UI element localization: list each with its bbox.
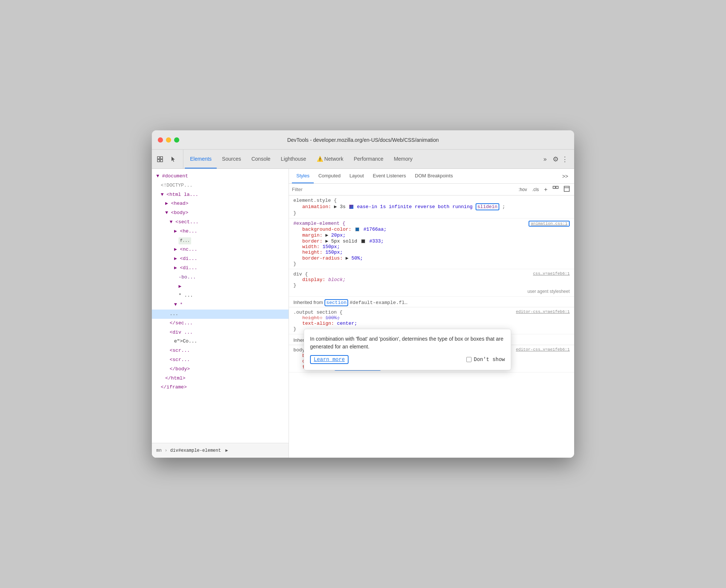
inspector-icon[interactable] <box>155 154 165 164</box>
dom-line[interactable]: ... <box>152 310 289 319</box>
section-link[interactable]: section <box>324 299 349 306</box>
filter-buttons: :hov .cls + <box>517 185 571 194</box>
css-source-1[interactable]: css…v=ae1feb6:1 <box>533 271 570 277</box>
dom-tree: ▼ #document <!DOCTYP... ▼ <html la... ▶ … <box>152 169 289 443</box>
add-rule-button[interactable]: + <box>543 186 549 194</box>
more-tabs-button[interactable]: » <box>540 150 550 168</box>
dom-line[interactable]: -bo... <box>152 273 289 282</box>
animation-timing-swatch <box>349 205 353 209</box>
dom-line[interactable]: </body> <box>152 365 289 374</box>
element-style-selector: element.style { <box>293 198 570 203</box>
dom-panel: ▼ #document <!DOCTYP... ▼ <html la... ▶ … <box>152 169 289 458</box>
border-radius-prop: border-radius: ▶ 50%; <box>302 255 570 261</box>
minimize-button[interactable] <box>166 137 171 143</box>
editor-css-source-1[interactable]: editor-css…v=ae1feb6:1 <box>516 310 570 315</box>
svg-rect-5 <box>556 186 558 188</box>
margin-prop: margin: ▶ 20px; <box>302 232 570 238</box>
svg-rect-2 <box>157 160 160 162</box>
dom-line[interactable]: </html> <box>152 374 289 383</box>
dom-line[interactable]: e">Co... <box>152 337 289 346</box>
dom-breadcrumb: mn › div#example-element ▶ <box>152 443 289 458</box>
bg-swatch[interactable] <box>355 227 359 231</box>
dom-line[interactable]: ▼ <sect... <box>152 218 289 227</box>
hov-button[interactable]: :hov <box>517 186 529 193</box>
output-selector: .output section { <box>293 310 343 315</box>
animation-css-source[interactable]: animation.css:1 <box>529 221 570 227</box>
dom-line[interactable]: ▶ <head> <box>152 199 289 208</box>
styles-tabs: Styles Computed Layout Event Listeners D… <box>289 169 574 184</box>
tab-lighthouse[interactable]: Lighthouse <box>276 150 312 168</box>
tab-styles[interactable]: Styles <box>292 169 314 183</box>
tab-layout[interactable]: Layout <box>345 169 368 183</box>
breadcrumb-mn: mn <box>156 448 161 453</box>
tooltip-popup: In combination with 'float' and 'positio… <box>304 329 511 370</box>
tab-performance[interactable]: Performance <box>349 150 389 168</box>
learn-more-link[interactable]: Learn more <box>310 355 349 364</box>
dom-line[interactable]: ▼ <html la... <box>152 190 289 200</box>
tab-dom-breakpoints[interactable]: DOM Breakpoints <box>410 169 457 183</box>
height-prop: height: 150px; <box>302 250 570 255</box>
close-button[interactable] <box>158 137 163 143</box>
example-element-block: #example-element { animation.css:1 backg… <box>289 218 574 269</box>
dont-show-group: Don't show <box>466 357 505 363</box>
height-prop-2: height: 100%; <box>302 315 570 321</box>
tab-lighthouse-label: Lighthouse <box>281 156 306 162</box>
dom-line[interactable]: ▶ <di... <box>152 264 289 273</box>
editor-css-source-2[interactable]: editor-css…v=ae1feb6:1 <box>516 347 570 353</box>
dom-line[interactable]: ▼ <body> <box>152 208 289 218</box>
dom-line[interactable]: * ... <box>152 291 289 300</box>
traffic-lights <box>158 137 179 143</box>
dom-line[interactable]: ▶ <di... <box>152 254 289 264</box>
styles-content: element.style { animation: ▶ 3s ease-in … <box>289 196 574 458</box>
maximize-button[interactable] <box>174 137 179 143</box>
dom-line[interactable]: </sec... <box>152 319 289 328</box>
tab-network-label: Network <box>324 156 343 162</box>
tab-network[interactable]: ⚠️ Network <box>312 150 349 168</box>
example-element-selector: #example-element { <box>293 221 345 226</box>
svg-rect-6 <box>564 186 569 191</box>
dom-line[interactable]: ▼ * <box>152 300 289 310</box>
svg-rect-4 <box>553 186 555 188</box>
filter-input[interactable] <box>292 187 514 192</box>
cursor-icon[interactable] <box>168 154 179 164</box>
dom-line[interactable]: <div ... <box>152 328 289 337</box>
styles-more-button[interactable]: >> <box>559 169 571 183</box>
dom-line[interactable]: </iframe> <box>152 383 289 392</box>
svg-rect-0 <box>157 157 160 159</box>
settings-icon[interactable]: ⚙ <box>553 155 559 163</box>
breadcrumb-element: div#example-element <box>170 448 221 453</box>
tab-memory[interactable]: Memory <box>389 150 418 168</box>
dock-button[interactable] <box>562 185 571 194</box>
dom-line[interactable]: ▶ <box>152 282 289 291</box>
tabbar: Elements Sources Console Lighthouse ⚠️ N… <box>152 150 574 169</box>
dont-show-checkbox[interactable] <box>466 357 472 362</box>
cls-button[interactable]: .cls <box>531 186 540 193</box>
toggle-button[interactable] <box>551 185 560 194</box>
dont-show-label: Don't show <box>474 357 505 363</box>
dom-line[interactable]: ▼ #document <box>152 172 289 181</box>
breadcrumb-arrow[interactable]: ▶ <box>225 448 228 453</box>
dom-line[interactable]: <scr... <box>152 346 289 355</box>
user-agent-label: user agent stylesheet <box>293 289 570 294</box>
dom-line[interactable]: <!DOCTYP... <box>152 181 289 190</box>
border-swatch[interactable] <box>361 239 365 243</box>
tab-computed[interactable]: Computed <box>314 169 345 183</box>
slidein-highlighted: slidein <box>476 203 500 210</box>
dom-line[interactable]: f... <box>152 236 289 245</box>
more-options-icon[interactable]: ⋮ <box>562 155 568 163</box>
dom-line[interactable]: ▶ <he... <box>152 227 289 236</box>
tooltip-footer: Learn more Don't show <box>310 355 505 364</box>
dom-line[interactable]: ▶ <nc... <box>152 245 289 254</box>
dom-line[interactable]: <scr... <box>152 355 289 365</box>
tab-event-listeners[interactable]: Event Listeners <box>368 169 410 183</box>
tooltip-text: In combination with 'float' and 'positio… <box>310 335 505 351</box>
svg-rect-3 <box>160 160 163 162</box>
tab-console[interactable]: Console <box>246 150 276 168</box>
tab-elements[interactable]: Elements <box>185 150 217 168</box>
devtools-window: DevTools - developer.mozilla.org/en-US/d… <box>152 130 574 458</box>
tab-elements-label: Elements <box>190 156 212 162</box>
tab-performance-label: Performance <box>354 156 383 162</box>
dom-line <box>152 392 289 403</box>
svg-rect-1 <box>160 157 163 159</box>
tab-sources[interactable]: Sources <box>217 150 246 168</box>
